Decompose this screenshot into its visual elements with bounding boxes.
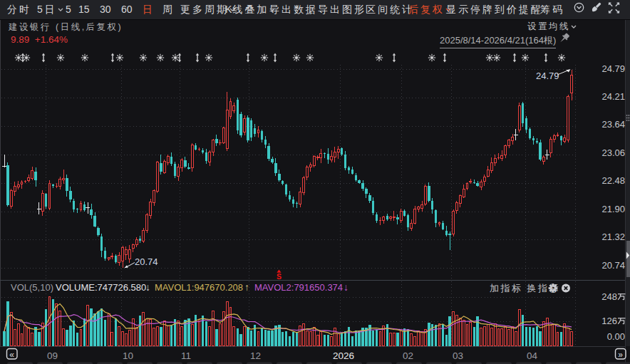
svg-text:10: 10 xyxy=(123,350,133,361)
svg-text:04: 04 xyxy=(527,350,538,361)
svg-text:0.00: 0.00 xyxy=(607,331,625,342)
svg-text:11: 11 xyxy=(181,350,191,361)
svg-text:24.79: 24.79 xyxy=(601,63,625,74)
svg-text:S: S xyxy=(277,272,282,281)
svg-text:21.90: 21.90 xyxy=(601,204,625,214)
svg-text:02: 02 xyxy=(403,350,413,361)
svg-text:12: 12 xyxy=(250,350,261,361)
svg-text:24.21: 24.21 xyxy=(601,91,625,102)
svg-text:21.32: 21.32 xyxy=(601,232,625,242)
svg-text:2026: 2026 xyxy=(333,350,354,361)
svg-text:«: « xyxy=(9,350,14,360)
svg-text:24.79: 24.79 xyxy=(536,71,559,81)
svg-text:20.74: 20.74 xyxy=(601,260,625,271)
svg-text:»: » xyxy=(618,350,623,360)
svg-text:22.48: 22.48 xyxy=(601,175,625,186)
svg-text:126: 126 xyxy=(601,316,617,326)
svg-text:23.64: 23.64 xyxy=(601,119,625,130)
svg-text:23.06: 23.06 xyxy=(601,147,625,158)
svg-text:03: 03 xyxy=(453,350,463,361)
svg-text:248: 248 xyxy=(601,291,617,302)
svg-text:20.74: 20.74 xyxy=(135,256,158,267)
svg-text:09: 09 xyxy=(47,350,58,361)
